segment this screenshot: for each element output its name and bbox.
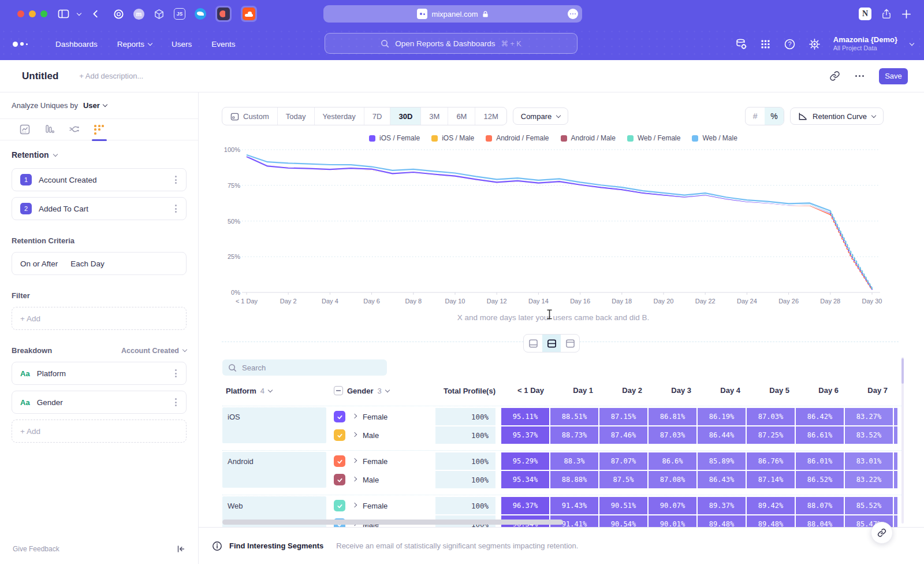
legend-item[interactable]: Android / Female bbox=[486, 134, 549, 142]
retention-value-cell[interactable]: 89.37% bbox=[698, 497, 746, 514]
legend-item[interactable]: iOS / Male bbox=[431, 134, 474, 142]
data-management-icon[interactable] bbox=[735, 38, 747, 50]
nav-dashboards[interactable]: Dashboards bbox=[55, 40, 98, 49]
chevron-down-icon[interactable] bbox=[103, 102, 107, 107]
retention-value-cell[interactable]: 86.6% bbox=[649, 452, 696, 470]
retention-value-cell[interactable]: 91.43% bbox=[550, 497, 598, 514]
row-checkbox-checked[interactable] bbox=[334, 411, 345, 422]
retention-value-cell[interactable]: 88.51% bbox=[550, 408, 598, 425]
extension-icon-m[interactable]: m bbox=[133, 9, 144, 20]
retention-value-cell[interactable]: 87.5% bbox=[599, 471, 647, 488]
mixpanel-logo[interactable] bbox=[13, 42, 36, 47]
add-filter-button[interactable]: + Add bbox=[12, 307, 187, 330]
report-title[interactable]: Untitled bbox=[22, 70, 58, 82]
project-switcher[interactable]: Amazonia {Demo} All Project Data bbox=[833, 35, 897, 53]
date-range-12m[interactable]: 12M bbox=[475, 107, 506, 125]
day-column-header[interactable]: Day 3 bbox=[650, 383, 699, 399]
retention-value-cell[interactable]: 85.89% bbox=[698, 452, 746, 470]
retention-value-cell[interactable]: 89.42% bbox=[747, 497, 795, 514]
breakdown-scope-selector[interactable]: Account Created bbox=[121, 347, 187, 355]
retention-value-cell[interactable]: 96.37% bbox=[501, 497, 549, 514]
step-card-added-to-cart[interactable]: 2 Added To Cart bbox=[12, 197, 187, 220]
day-column-header[interactable]: Day 4 bbox=[699, 383, 748, 399]
step-card-account-created[interactable]: 1 Account Created bbox=[12, 168, 187, 191]
format-percent-toggle[interactable]: % bbox=[765, 107, 784, 125]
apps-grid-icon[interactable] bbox=[760, 39, 771, 50]
retention-value-cell[interactable]: 95.37% bbox=[501, 426, 549, 444]
platform-column-header[interactable]: Platform 4 bbox=[226, 383, 272, 399]
retention-value-cell[interactable]: 88.88% bbox=[550, 471, 598, 488]
retention-value-cell[interactable]: 88.3% bbox=[550, 452, 598, 470]
retention-value-cell[interactable]: 87.08% bbox=[649, 471, 696, 488]
settings-gear-icon[interactable] bbox=[808, 38, 821, 50]
day-column-header[interactable]: Day 6 bbox=[798, 383, 847, 399]
retention-value-cell[interactable]: 90.51% bbox=[599, 497, 647, 514]
tab-funnels[interactable] bbox=[37, 119, 62, 140]
compare-button[interactable]: Compare bbox=[513, 107, 568, 125]
legend-item[interactable]: Web / Male bbox=[692, 134, 737, 142]
date-range-7d[interactable]: 7D bbox=[364, 107, 391, 125]
layout-chart-only-icon[interactable] bbox=[524, 335, 542, 352]
expand-row-chevron-icon[interactable] bbox=[352, 458, 357, 462]
expand-row-chevron-icon[interactable] bbox=[352, 413, 357, 418]
date-range-6m[interactable]: 6M bbox=[448, 107, 475, 125]
retention-value-cell[interactable]: 83.22% bbox=[845, 471, 893, 488]
select-all-checkbox-indeterminate[interactable] bbox=[334, 386, 343, 395]
kebab-menu-icon[interactable] bbox=[173, 367, 179, 380]
day-column-header[interactable]: Day 1 bbox=[552, 383, 601, 399]
legend-item[interactable]: iOS / Female bbox=[369, 134, 420, 142]
retention-value-cell[interactable]: 86.01% bbox=[796, 452, 844, 470]
site-options-icon[interactable] bbox=[568, 9, 578, 19]
kebab-menu-icon[interactable] bbox=[173, 396, 179, 409]
row-checkbox-checked[interactable] bbox=[334, 500, 345, 511]
legend-item[interactable]: Android / Male bbox=[561, 134, 616, 142]
more-options-icon[interactable] bbox=[855, 75, 864, 77]
row-checkbox-checked[interactable] bbox=[334, 455, 345, 467]
extension-icon-bird[interactable] bbox=[195, 8, 206, 20]
gender-column-header[interactable]: Gender 3 bbox=[334, 383, 389, 399]
retention-value-cell[interactable]: 87.03% bbox=[649, 426, 696, 444]
find-segments-link[interactable]: Find Interesting Segments bbox=[229, 541, 323, 550]
criteria-interval[interactable]: Each Day bbox=[70, 259, 105, 268]
retention-value-cell[interactable]: 86.52% bbox=[796, 471, 844, 488]
day-column-header[interactable]: Day 7 bbox=[847, 383, 896, 399]
format-number-toggle[interactable]: # bbox=[746, 107, 765, 125]
layout-table-only-icon[interactable] bbox=[561, 335, 579, 352]
analyze-value[interactable]: User bbox=[83, 101, 100, 110]
kebab-menu-icon[interactable] bbox=[173, 202, 179, 215]
global-search[interactable]: Open Reports & Dashboards ⌘ + K bbox=[325, 33, 578, 54]
extension-icon-js[interactable]: JS bbox=[174, 8, 185, 20]
extension-icon-cube[interactable] bbox=[154, 9, 165, 20]
retention-value-cell[interactable]: 88.07% bbox=[796, 497, 844, 514]
date-range-30d[interactable]: 30D bbox=[390, 107, 421, 125]
layout-split-icon[interactable] bbox=[542, 335, 561, 352]
extension-icon-target[interactable] bbox=[113, 9, 124, 20]
table-search-input[interactable]: Search bbox=[222, 359, 387, 376]
retention-value-cell[interactable]: 87.03% bbox=[747, 408, 795, 425]
tab-insights[interactable] bbox=[12, 119, 37, 140]
retention-value-cell[interactable]: 87.07% bbox=[599, 452, 647, 470]
close-window-button[interactable] bbox=[17, 10, 24, 17]
day-column-header[interactable]: < 1 Day bbox=[503, 383, 552, 399]
retention-value-cell[interactable]: 87.14% bbox=[747, 471, 795, 488]
help-icon[interactable]: ? bbox=[784, 38, 796, 50]
retention-value-cell[interactable]: 87.46% bbox=[599, 426, 647, 444]
retention-value-cell[interactable]: 90.07% bbox=[649, 497, 696, 514]
day-column-header[interactable]: Day 5 bbox=[748, 383, 798, 399]
retention-criteria-card[interactable]: On or After Each Day bbox=[12, 252, 187, 275]
retention-value-cell[interactable]: 86.44% bbox=[698, 426, 746, 444]
retention-line-chart[interactable]: 100%75%50%25%0%< 1 DayDay 2Day 4Day 6Day… bbox=[224, 146, 882, 313]
row-checkbox-checked[interactable] bbox=[334, 474, 345, 485]
back-button[interactable] bbox=[91, 9, 100, 18]
retention-value-cell[interactable]: 95.11% bbox=[501, 408, 549, 425]
day-column-header[interactable]: Day 2 bbox=[601, 383, 650, 399]
retention-value-cell[interactable]: 86.43% bbox=[698, 471, 746, 488]
criteria-operator[interactable]: On or After bbox=[20, 259, 58, 268]
horizontal-scrollbar[interactable] bbox=[222, 520, 563, 525]
kebab-menu-icon[interactable] bbox=[173, 173, 179, 186]
nav-events[interactable]: Events bbox=[211, 40, 235, 49]
expand-row-chevron-icon[interactable] bbox=[352, 502, 357, 507]
retention-value-cell[interactable]: 85.52% bbox=[845, 497, 893, 514]
retention-value-cell[interactable]: 88.73% bbox=[550, 426, 598, 444]
nav-reports[interactable]: Reports bbox=[117, 40, 152, 49]
